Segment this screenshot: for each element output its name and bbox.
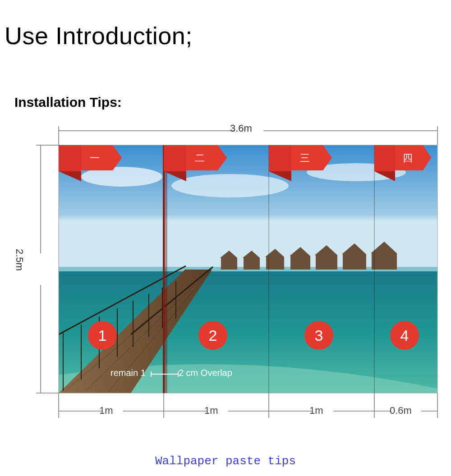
svg-rect-14 xyxy=(221,258,237,270)
panel-width-3: 1m xyxy=(309,405,341,416)
svg-rect-16 xyxy=(244,258,260,270)
svg-rect-48 xyxy=(59,145,81,171)
svg-rect-45 xyxy=(164,145,167,393)
overlap-suffix: 2 cm Overlap xyxy=(179,368,232,378)
svg-rect-22 xyxy=(316,255,337,270)
total-height-label: 2.5m xyxy=(14,249,25,271)
panel-width-2: 1m xyxy=(204,405,236,416)
svg-rect-54 xyxy=(374,145,395,171)
svg-rect-52 xyxy=(269,145,291,171)
wallpaper-image xyxy=(59,145,437,393)
footer-text: Wallpaper paste tips xyxy=(0,454,451,468)
flag-label-2: 二 xyxy=(195,152,205,164)
panel-width-1: 1m xyxy=(99,405,131,416)
panel-width-4: 0.6m xyxy=(390,405,426,416)
total-width-label: 3.6m xyxy=(230,123,275,134)
overlap-prefix: remain 1 xyxy=(110,368,146,378)
svg-rect-24 xyxy=(343,254,366,270)
flag-label-3: 三 xyxy=(300,152,310,164)
installation-diagram: 3.6m 2.5m xyxy=(14,123,442,453)
left-height-ruler xyxy=(35,145,59,393)
flag-label-1: 一 xyxy=(90,152,100,164)
flag-label-4: 四 xyxy=(403,152,413,164)
svg-rect-20 xyxy=(290,256,310,270)
panel-number-4: 4 xyxy=(390,321,419,350)
svg-point-11 xyxy=(171,174,289,197)
svg-rect-26 xyxy=(372,253,397,270)
section-subtitle: Installation Tips: xyxy=(0,50,451,110)
svg-rect-7 xyxy=(35,253,46,285)
panel-number-1: 1 xyxy=(88,321,117,350)
page-title: Use Introduction; xyxy=(0,0,451,50)
svg-rect-50 xyxy=(164,145,186,171)
panel-number-3: 3 xyxy=(304,321,333,350)
panel-number-2: 2 xyxy=(198,321,227,350)
